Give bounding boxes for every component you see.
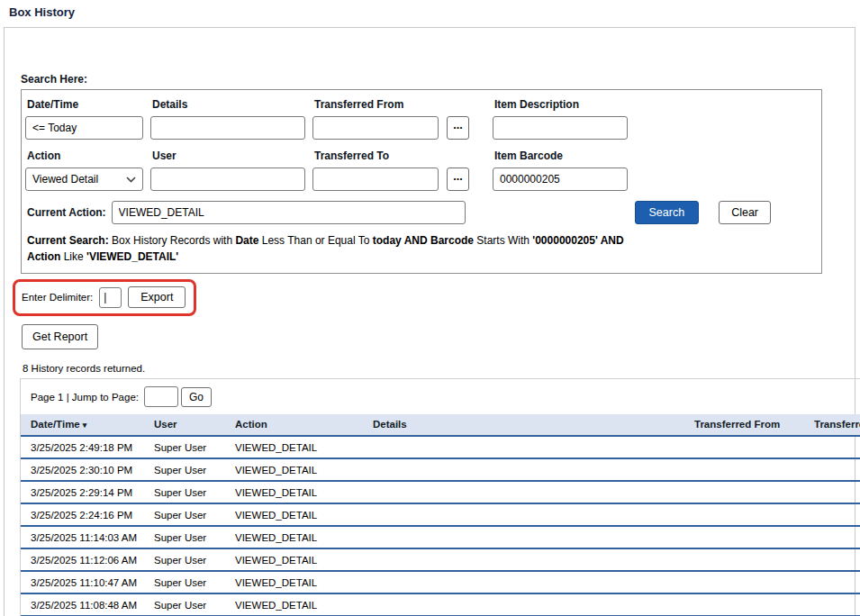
item-barcode-input[interactable] — [493, 168, 628, 191]
date-time-input[interactable] — [25, 116, 143, 140]
cell-details — [363, 458, 684, 481]
cell-user: Super User — [144, 503, 225, 526]
column-header-user[interactable]: User — [144, 414, 225, 436]
cell-action: VIEWED_DETAIL — [225, 503, 363, 526]
sort-desc-icon: ▾ — [83, 421, 87, 430]
cell-details — [363, 526, 684, 548]
cell-action: VIEWED_DETAIL — [225, 571, 363, 593]
field-item-barcode: Item Barcode — [493, 148, 812, 191]
page-title: Box History — [9, 5, 75, 19]
cell-date-time: 3/25/2025 11:12:06 AM — [21, 548, 144, 571]
delimiter-label: Enter Delimiter: — [22, 292, 93, 303]
delimiter-input[interactable] — [99, 287, 122, 308]
clear-button[interactable]: Clear — [719, 201, 771, 224]
field-user: User — [150, 148, 312, 191]
search-fields-grid: Date/Time Details Transferred From ... I… — [25, 96, 812, 191]
cell-user: Super User — [144, 593, 225, 616]
item-description-input[interactable] — [493, 116, 628, 140]
cell-transferred-from — [684, 436, 804, 458]
get-report-button[interactable]: Get Report — [22, 324, 98, 349]
cell-transferred-from — [684, 593, 804, 616]
pagination-bar: Page 1 | Jump to Page: Go — [21, 379, 860, 414]
cell-transferred-to — [804, 503, 860, 526]
cell-transferred-to — [804, 571, 860, 593]
cell-user: Super User — [144, 481, 225, 503]
current-action-label: Current Action: — [27, 206, 106, 219]
export-button[interactable]: Export — [128, 286, 186, 308]
cell-transferred-to — [804, 458, 860, 481]
current-search-segment: Like — [60, 250, 86, 263]
cell-date-time: 3/25/2025 2:30:10 PM — [21, 458, 144, 481]
table-row: 3/25/2025 11:14:03 AM Super User VIEWED_… — [21, 526, 860, 548]
field-date-time: Date/Time — [25, 96, 150, 140]
cell-action: VIEWED_DETAIL — [225, 593, 363, 616]
cell-transferred-from — [684, 548, 804, 571]
column-header-details[interactable]: Details — [363, 414, 684, 436]
table-header-row: Date/Time▾ User Action Details Transferr… — [21, 414, 860, 436]
current-search-segment: Less Than or Equal To — [258, 234, 372, 247]
cell-date-time: 3/25/2025 11:14:03 AM — [21, 526, 144, 548]
date-time-label: Date/Time — [27, 98, 150, 111]
column-header-transferred-from[interactable]: Transferred From — [684, 414, 804, 436]
cell-transferred-to — [804, 436, 860, 458]
cell-transferred-to — [804, 526, 860, 548]
cell-action: VIEWED_DETAIL — [225, 436, 363, 458]
cell-transferred-to — [804, 593, 860, 616]
cell-user: Super User — [144, 436, 225, 458]
field-details: Details — [150, 96, 312, 140]
cell-details — [363, 481, 684, 503]
jump-to-page-input[interactable] — [144, 386, 178, 407]
results-table-container: Page 1 | Jump to Page: Go Date/Time▾ Use… — [20, 378, 860, 616]
cell-details — [363, 548, 684, 571]
current-action-row: Current Action: Search Clear — [25, 201, 812, 224]
field-transferred-from: Transferred From ... — [312, 96, 493, 140]
transferred-to-input[interactable] — [312, 168, 439, 191]
field-action: Action Viewed Detail — [25, 148, 150, 191]
cell-transferred-from — [684, 458, 804, 481]
user-input[interactable] — [150, 168, 305, 191]
action-select-value: Viewed Detail — [32, 173, 98, 186]
item-barcode-label: Item Barcode — [494, 149, 812, 162]
cell-date-time: 3/25/2025 2:29:14 PM — [21, 481, 144, 503]
current-search-summary: Current Search: Box History Records with… — [27, 232, 659, 265]
cell-user: Super User — [144, 548, 225, 571]
current-search-segment: 'VIEWED_DETAIL' — [86, 250, 178, 263]
chevron-down-icon — [126, 177, 136, 183]
search-section-label: Search Here: — [21, 73, 855, 86]
action-select[interactable]: Viewed Detail — [25, 168, 143, 191]
transferred-from-input[interactable] — [312, 116, 439, 140]
action-label: Action — [27, 149, 150, 162]
table-row: 3/25/2025 11:10:47 AM Super User VIEWED_… — [21, 571, 860, 593]
details-input[interactable] — [150, 116, 305, 140]
table-row: 3/25/2025 11:12:06 AM Super User VIEWED_… — [21, 548, 860, 571]
transferred-from-browse-button[interactable]: ... — [447, 116, 469, 140]
column-header-date-time[interactable]: Date/Time▾ — [21, 414, 144, 436]
cell-action: VIEWED_DETAIL — [225, 458, 363, 481]
current-search-segment: Box History Records with — [109, 234, 236, 247]
column-header-transferred-to[interactable]: Transferred To — [804, 414, 860, 436]
current-search-label: Current Search: — [27, 234, 109, 247]
cell-transferred-from — [684, 503, 804, 526]
search-button[interactable]: Search — [635, 201, 700, 224]
column-header-action[interactable]: Action — [225, 414, 363, 436]
export-annotation-highlight: Enter Delimiter: Export — [13, 279, 196, 316]
item-description-label: Item Description — [494, 98, 812, 111]
cell-transferred-from — [684, 526, 804, 548]
column-label: Date/Time — [31, 419, 80, 430]
content-panel: Search Here: Date/Time Details Transferr… — [4, 27, 855, 616]
current-action-input[interactable] — [112, 201, 466, 224]
user-label: User — [152, 149, 312, 162]
history-table: Date/Time▾ User Action Details Transferr… — [21, 414, 860, 616]
cell-user: Super User — [144, 571, 225, 593]
go-button[interactable]: Go — [181, 387, 212, 407]
cell-date-time: 3/25/2025 2:49:18 PM — [21, 436, 144, 458]
cell-user: Super User — [144, 526, 225, 548]
cell-action: VIEWED_DETAIL — [225, 548, 363, 571]
cell-details — [363, 571, 684, 593]
cell-user: Super User — [144, 458, 225, 481]
transferred-to-browse-button[interactable]: ... — [447, 168, 469, 191]
records-summary: 8 History records returned. — [23, 363, 855, 374]
field-item-description: Item Description — [493, 96, 812, 140]
details-label: Details — [152, 98, 312, 111]
cell-date-time: 3/25/2025 11:10:47 AM — [21, 571, 144, 593]
